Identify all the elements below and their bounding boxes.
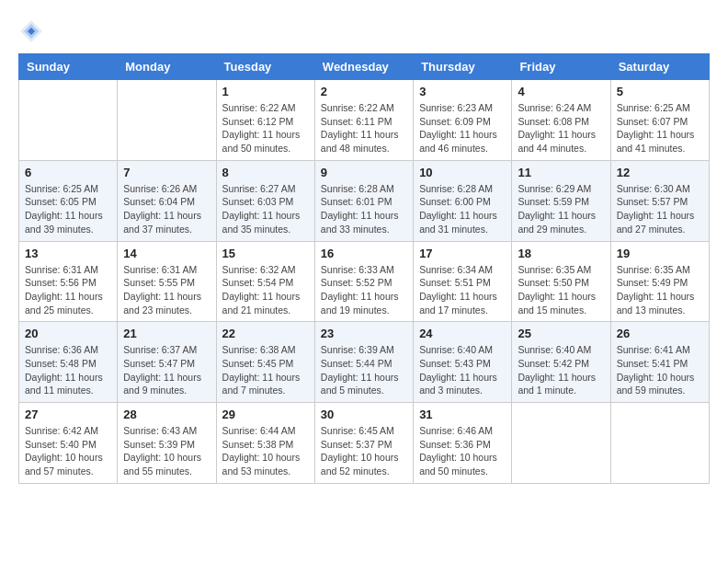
day-detail: Sunrise: 6:35 AM Sunset: 5:50 PM Dayligh… xyxy=(518,263,604,317)
calendar-cell: 30Sunrise: 6:45 AM Sunset: 5:37 PM Dayli… xyxy=(314,403,413,484)
day-number: 26 xyxy=(617,327,703,340)
day-number: 19 xyxy=(617,247,703,260)
day-detail: Sunrise: 6:42 AM Sunset: 5:40 PM Dayligh… xyxy=(25,424,111,478)
calendar-cell: 6Sunrise: 6:25 AM Sunset: 6:05 PM Daylig… xyxy=(19,160,118,241)
calendar-cell: 9Sunrise: 6:28 AM Sunset: 6:01 PM Daylig… xyxy=(314,160,413,241)
day-number: 25 xyxy=(518,327,604,340)
calendar-cell: 12Sunrise: 6:30 AM Sunset: 5:57 PM Dayli… xyxy=(610,160,709,241)
day-number: 14 xyxy=(123,247,210,260)
calendar-cell: 2Sunrise: 6:22 AM Sunset: 6:11 PM Daylig… xyxy=(314,80,413,161)
calendar-week-row: 13Sunrise: 6:31 AM Sunset: 5:56 PM Dayli… xyxy=(19,241,710,322)
day-detail: Sunrise: 6:30 AM Sunset: 5:57 PM Dayligh… xyxy=(617,182,703,236)
day-detail: Sunrise: 6:22 AM Sunset: 6:12 PM Dayligh… xyxy=(222,101,309,155)
day-number: 3 xyxy=(419,85,506,98)
day-detail: Sunrise: 6:38 AM Sunset: 5:45 PM Dayligh… xyxy=(222,343,309,397)
calendar-cell: 15Sunrise: 6:32 AM Sunset: 5:54 PM Dayli… xyxy=(216,241,314,322)
calendar-cell: 16Sunrise: 6:33 AM Sunset: 5:52 PM Dayli… xyxy=(314,241,413,322)
calendar-table: SundayMondayTuesdayWednesdayThursdayFrid… xyxy=(18,53,710,484)
calendar-cell xyxy=(512,403,610,484)
day-number: 5 xyxy=(617,85,703,98)
day-detail: Sunrise: 6:28 AM Sunset: 6:00 PM Dayligh… xyxy=(419,182,506,236)
day-detail: Sunrise: 6:35 AM Sunset: 5:49 PM Dayligh… xyxy=(617,263,703,317)
calendar-cell: 23Sunrise: 6:39 AM Sunset: 5:44 PM Dayli… xyxy=(314,322,413,403)
day-detail: Sunrise: 6:25 AM Sunset: 6:07 PM Dayligh… xyxy=(617,101,703,155)
day-detail: Sunrise: 6:31 AM Sunset: 5:55 PM Dayligh… xyxy=(123,263,210,317)
weekday-header: Monday xyxy=(118,54,216,80)
day-number: 22 xyxy=(222,327,309,340)
calendar-cell: 21Sunrise: 6:37 AM Sunset: 5:47 PM Dayli… xyxy=(118,322,216,403)
calendar-cell: 13Sunrise: 6:31 AM Sunset: 5:56 PM Dayli… xyxy=(19,241,118,322)
calendar-cell: 10Sunrise: 6:28 AM Sunset: 6:00 PM Dayli… xyxy=(414,160,512,241)
calendar-cell: 20Sunrise: 6:36 AM Sunset: 5:48 PM Dayli… xyxy=(19,322,118,403)
calendar-cell: 5Sunrise: 6:25 AM Sunset: 6:07 PM Daylig… xyxy=(610,80,709,161)
calendar-week-row: 20Sunrise: 6:36 AM Sunset: 5:48 PM Dayli… xyxy=(19,322,710,403)
calendar-cell xyxy=(118,80,216,161)
day-number: 1 xyxy=(222,85,309,98)
day-detail: Sunrise: 6:44 AM Sunset: 5:38 PM Dayligh… xyxy=(222,424,309,478)
calendar-cell: 25Sunrise: 6:40 AM Sunset: 5:42 PM Dayli… xyxy=(512,322,610,403)
day-detail: Sunrise: 6:33 AM Sunset: 5:52 PM Dayligh… xyxy=(321,263,407,317)
day-number: 17 xyxy=(419,247,506,260)
weekday-header: Wednesday xyxy=(314,54,413,80)
day-number: 30 xyxy=(321,408,407,421)
calendar-cell: 11Sunrise: 6:29 AM Sunset: 5:59 PM Dayli… xyxy=(512,160,610,241)
calendar-cell: 4Sunrise: 6:24 AM Sunset: 6:08 PM Daylig… xyxy=(512,80,610,161)
day-detail: Sunrise: 6:40 AM Sunset: 5:42 PM Dayligh… xyxy=(518,343,604,397)
day-detail: Sunrise: 6:29 AM Sunset: 5:59 PM Dayligh… xyxy=(518,182,604,236)
day-number: 16 xyxy=(321,247,407,260)
day-detail: Sunrise: 6:46 AM Sunset: 5:36 PM Dayligh… xyxy=(419,424,506,478)
calendar-cell: 24Sunrise: 6:40 AM Sunset: 5:43 PM Dayli… xyxy=(414,322,512,403)
calendar-week-row: 1Sunrise: 6:22 AM Sunset: 6:12 PM Daylig… xyxy=(19,80,710,161)
day-number: 10 xyxy=(419,166,506,179)
calendar-cell: 29Sunrise: 6:44 AM Sunset: 5:38 PM Dayli… xyxy=(216,403,314,484)
calendar-cell: 3Sunrise: 6:23 AM Sunset: 6:09 PM Daylig… xyxy=(414,80,512,161)
calendar-cell: 8Sunrise: 6:27 AM Sunset: 6:03 PM Daylig… xyxy=(216,160,314,241)
calendar-cell: 1Sunrise: 6:22 AM Sunset: 6:12 PM Daylig… xyxy=(216,80,314,161)
day-number: 4 xyxy=(518,85,604,98)
calendar-week-row: 27Sunrise: 6:42 AM Sunset: 5:40 PM Dayli… xyxy=(19,403,710,484)
day-number: 24 xyxy=(419,327,506,340)
day-detail: Sunrise: 6:40 AM Sunset: 5:43 PM Dayligh… xyxy=(419,343,506,397)
day-detail: Sunrise: 6:31 AM Sunset: 5:56 PM Dayligh… xyxy=(25,263,111,317)
logo xyxy=(18,18,48,44)
day-number: 28 xyxy=(123,408,210,421)
weekday-header: Sunday xyxy=(19,54,118,80)
day-detail: Sunrise: 6:45 AM Sunset: 5:37 PM Dayligh… xyxy=(321,424,407,478)
calendar-cell xyxy=(610,403,709,484)
day-number: 29 xyxy=(222,408,309,421)
day-detail: Sunrise: 6:37 AM Sunset: 5:47 PM Dayligh… xyxy=(123,343,210,397)
calendar-cell: 27Sunrise: 6:42 AM Sunset: 5:40 PM Dayli… xyxy=(19,403,118,484)
day-detail: Sunrise: 6:27 AM Sunset: 6:03 PM Dayligh… xyxy=(222,182,309,236)
day-number: 15 xyxy=(222,247,309,260)
day-number: 23 xyxy=(321,327,407,340)
page-header xyxy=(18,18,710,44)
day-detail: Sunrise: 6:25 AM Sunset: 6:05 PM Dayligh… xyxy=(25,182,111,236)
calendar-week-row: 6Sunrise: 6:25 AM Sunset: 6:05 PM Daylig… xyxy=(19,160,710,241)
day-number: 2 xyxy=(321,85,407,98)
day-number: 12 xyxy=(617,166,703,179)
calendar-cell: 14Sunrise: 6:31 AM Sunset: 5:55 PM Dayli… xyxy=(118,241,216,322)
day-detail: Sunrise: 6:32 AM Sunset: 5:54 PM Dayligh… xyxy=(222,263,309,317)
day-detail: Sunrise: 6:26 AM Sunset: 6:04 PM Dayligh… xyxy=(123,182,210,236)
day-number: 18 xyxy=(518,247,604,260)
weekday-header: Tuesday xyxy=(216,54,314,80)
weekday-header: Thursday xyxy=(414,54,512,80)
weekday-header: Saturday xyxy=(610,54,709,80)
day-number: 27 xyxy=(25,408,111,421)
weekday-header: Friday xyxy=(512,54,610,80)
logo-icon xyxy=(18,18,44,44)
day-number: 9 xyxy=(321,166,407,179)
calendar-cell: 28Sunrise: 6:43 AM Sunset: 5:39 PM Dayli… xyxy=(118,403,216,484)
day-detail: Sunrise: 6:39 AM Sunset: 5:44 PM Dayligh… xyxy=(321,343,407,397)
day-detail: Sunrise: 6:41 AM Sunset: 5:41 PM Dayligh… xyxy=(617,343,703,397)
day-detail: Sunrise: 6:43 AM Sunset: 5:39 PM Dayligh… xyxy=(123,424,210,478)
day-detail: Sunrise: 6:34 AM Sunset: 5:51 PM Dayligh… xyxy=(419,263,506,317)
calendar-cell xyxy=(19,80,118,161)
day-number: 31 xyxy=(419,408,506,421)
day-number: 20 xyxy=(25,327,111,340)
day-detail: Sunrise: 6:36 AM Sunset: 5:48 PM Dayligh… xyxy=(25,343,111,397)
calendar-cell: 26Sunrise: 6:41 AM Sunset: 5:41 PM Dayli… xyxy=(610,322,709,403)
day-number: 7 xyxy=(123,166,210,179)
calendar-cell: 18Sunrise: 6:35 AM Sunset: 5:50 PM Dayli… xyxy=(512,241,610,322)
day-number: 11 xyxy=(518,166,604,179)
